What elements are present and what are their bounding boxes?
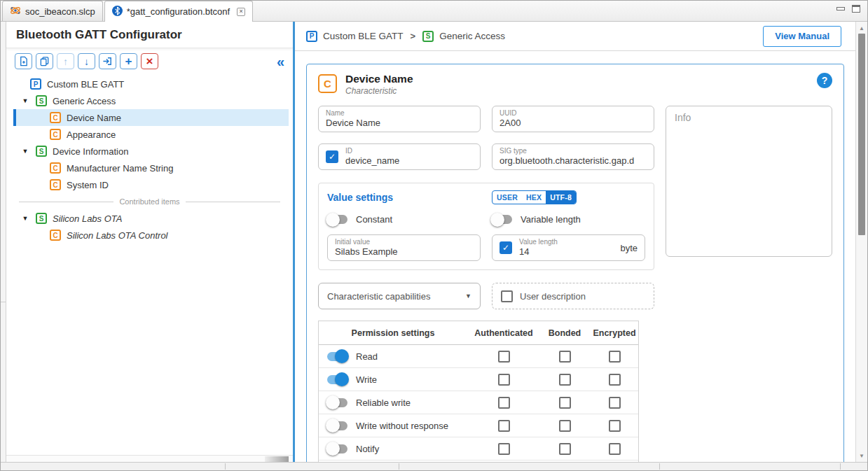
import-button[interactable]: [99, 53, 116, 69]
uuid-field[interactable]: UUID 2A00: [492, 106, 654, 132]
info-textarea[interactable]: Info: [666, 106, 832, 257]
scroll-up-icon[interactable]: [856, 23, 867, 33]
user-description-checkbox[interactable]: [501, 290, 513, 302]
tree-item-generic-access[interactable]: S Generic Access: [13, 92, 289, 109]
duplicate-button[interactable]: [36, 53, 53, 69]
checkbox-encrypted[interactable]: [609, 374, 621, 386]
value-length-unit: byte: [620, 243, 638, 253]
tab-label: soc_ibeacon.slcp: [25, 6, 95, 17]
breadcrumb-item-custom-ble-gatt[interactable]: P Custom BLE GATT: [306, 31, 404, 42]
add-item-button[interactable]: [120, 53, 137, 69]
checkbox-bonded[interactable]: [559, 397, 571, 409]
tree-item-manufacturer-name-string[interactable]: C Manufacturer Name String: [13, 160, 289, 176]
collapse-panel-icon[interactable]: [277, 55, 284, 69]
write-toggle[interactable]: [327, 375, 347, 384]
minimize-view-icon[interactable]: [836, 7, 845, 10]
tree-item-system-id[interactable]: C System ID: [13, 176, 289, 193]
value-settings-title: Value settings: [327, 192, 481, 203]
vertical-scrollbar-thumb[interactable]: [858, 34, 865, 235]
checkbox-encrypted[interactable]: [609, 443, 621, 455]
editor-main-panel: P Custom BLE GATT S Generic Access View …: [295, 22, 855, 462]
characteristic-badge: C: [50, 179, 61, 190]
characteristic-badge: C: [50, 162, 61, 174]
checkbox-authenticated[interactable]: [498, 397, 510, 409]
horizontal-scrollbar-thumb[interactable]: [265, 456, 289, 462]
scroll-down-icon[interactable]: [856, 451, 867, 461]
mode-utf8-button[interactable]: UTF-8: [546, 191, 576, 204]
caret-down-icon[interactable]: [20, 97, 30, 104]
permission-table-header: Permission settings Authenticated Bonded…: [319, 321, 638, 345]
gatt-tree: P Custom BLE GATT S Generic Access C Dev…: [6, 73, 293, 455]
checkbox-bonded[interactable]: [559, 420, 571, 432]
vertical-scrollbar[interactable]: [855, 22, 867, 462]
profile-badge: P: [30, 78, 41, 90]
breadcrumb-chevron-icon: [411, 31, 416, 41]
status-bar: [1, 462, 867, 470]
id-field[interactable]: ID device_name: [318, 143, 481, 170]
checkbox-bonded[interactable]: [559, 443, 571, 455]
move-up-button[interactable]: [57, 53, 74, 69]
delete-item-button[interactable]: [141, 53, 158, 69]
caret-down-icon[interactable]: [20, 215, 30, 222]
horizontal-scrollbar[interactable]: [6, 455, 293, 462]
value-settings-section: Value settings USER HEX UTF-8 Constant: [318, 183, 654, 270]
characteristic-capabilities-dropdown[interactable]: Characteristic capabilities: [318, 283, 481, 309]
characteristic-badge: C: [50, 129, 61, 140]
tree-item-device-name[interactable]: C Device Name: [13, 109, 289, 126]
checkbox-authenticated[interactable]: [498, 374, 510, 386]
checkbox-authenticated[interactable]: [498, 351, 510, 363]
profile-badge: P: [306, 31, 317, 42]
checkbox-encrypted[interactable]: [609, 397, 621, 409]
new-document-button[interactable]: [15, 53, 32, 69]
close-tab-icon[interactable]: [237, 8, 245, 16]
help-icon[interactable]: [817, 73, 832, 88]
card-title: Device Name: [345, 73, 413, 85]
caret-down-icon[interactable]: [20, 148, 30, 155]
write-without-response-toggle[interactable]: [327, 421, 347, 430]
tree-item-custom-ble-gatt[interactable]: P Custom BLE GATT: [13, 76, 289, 92]
bluetooth-icon: [112, 6, 123, 18]
tab-soc-ibeacon[interactable]: soc_ibeacon.slcp: [2, 1, 103, 21]
name-field[interactable]: Name Device Name: [318, 106, 481, 132]
user-description-option[interactable]: User description: [492, 283, 654, 309]
tree-item-device-information[interactable]: S Device Information: [13, 143, 289, 160]
service-badge: S: [36, 146, 47, 157]
tree-item-silicon-labs-ota[interactable]: S Silicon Labs OTA: [13, 210, 289, 227]
notify-toggle[interactable]: [327, 444, 347, 454]
tree-item-silicon-labs-ota-control[interactable]: C Silicon Labs OTA Control: [13, 227, 289, 244]
mode-hex-button[interactable]: HEX: [522, 191, 546, 204]
checkbox-encrypted[interactable]: [609, 420, 621, 432]
characteristic-badge: C: [50, 230, 61, 241]
characteristic-badge: C: [50, 112, 61, 123]
checkbox-encrypted[interactable]: [609, 351, 621, 363]
view-controls: [836, 5, 867, 21]
tree-item-appearance[interactable]: C Appearance: [13, 126, 289, 143]
move-down-button[interactable]: [78, 53, 95, 69]
value-mode-switch: USER HEX UTF-8: [492, 190, 577, 204]
variable-length-toggle[interactable]: [492, 215, 512, 224]
dropdown-arrow-icon: [465, 293, 471, 300]
mode-user-button[interactable]: USER: [492, 191, 522, 204]
checkbox-bonded[interactable]: [559, 374, 571, 386]
maximize-view-icon[interactable]: [852, 5, 860, 13]
permission-settings-table: Permission settings Authenticated Bonded…: [318, 321, 639, 462]
service-badge: S: [36, 213, 47, 224]
characteristic-badge: C: [318, 74, 337, 93]
constant-toggle[interactable]: [327, 215, 347, 224]
sig-type-field[interactable]: SIG type org.bluetooth.characteristic.ga…: [492, 143, 654, 170]
view-manual-button[interactable]: View Manual: [763, 26, 841, 47]
permission-row-reliable-write: Reliable write: [319, 391, 638, 414]
tab-gatt-configuration[interactable]: *gatt_configuration.btconf: [104, 1, 253, 22]
gatt-configurator-panel: Bluetooth GATT Configurator: [6, 22, 293, 462]
value-length-checkbox[interactable]: [500, 241, 512, 254]
checkbox-authenticated[interactable]: [498, 420, 510, 432]
slcp-file-icon: [10, 5, 21, 18]
read-toggle[interactable]: [327, 352, 347, 361]
value-length-field[interactable]: Value length 14 byte: [492, 234, 645, 261]
breadcrumb-item-generic-access[interactable]: S Generic Access: [422, 31, 505, 42]
reliable-write-toggle[interactable]: [327, 398, 347, 407]
checkbox-bonded[interactable]: [559, 351, 571, 363]
checkbox-authenticated[interactable]: [498, 443, 510, 455]
initial-value-field[interactable]: Initial value Silabs Example: [327, 234, 481, 261]
id-checkbox[interactable]: [326, 150, 338, 163]
